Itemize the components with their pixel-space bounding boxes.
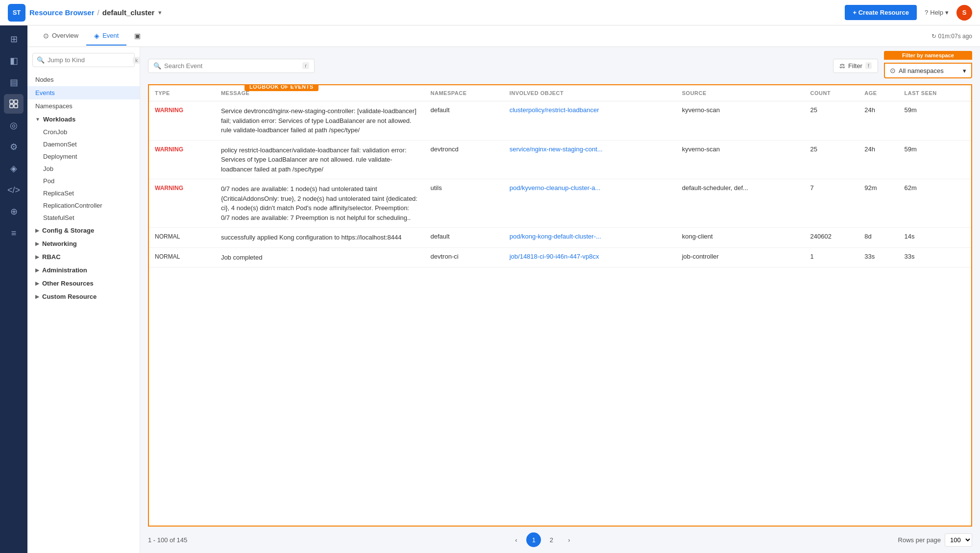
create-resource-button[interactable]: + Create Resource	[845, 5, 917, 20]
help-circle-icon: ?	[925, 9, 928, 16]
breadcrumb: Resource Browser / default_cluster ▾	[29, 8, 162, 17]
breadcrumb-resource[interactable]: Resource Browser	[29, 8, 95, 17]
cluster-chevron-icon[interactable]: ▾	[158, 9, 162, 16]
help-chevron-icon: ▾	[945, 9, 949, 16]
breadcrumb-cluster: default_cluster	[102, 8, 155, 17]
app-logo: ST	[8, 4, 25, 22]
breadcrumb-separator: /	[98, 8, 99, 17]
user-avatar[interactable]: S	[956, 5, 972, 21]
help-button[interactable]: ? Help ▾	[925, 9, 949, 16]
